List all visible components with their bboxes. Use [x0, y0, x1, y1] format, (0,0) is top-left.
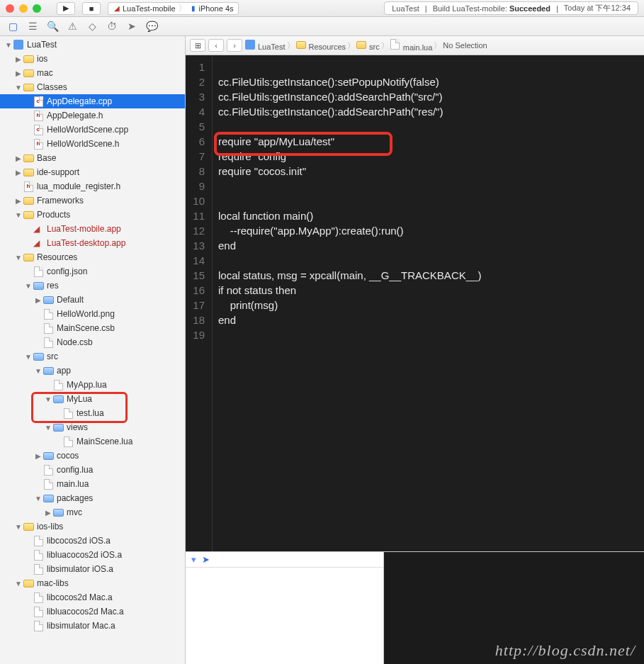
tree-row[interactable]: ▼Classes — [0, 80, 185, 94]
tree-row[interactable]: libluacocos2d Mac.a — [0, 604, 185, 619]
breadcrumb-item[interactable]: No Selection — [443, 41, 487, 50]
folder-icon — [23, 521, 34, 532]
stop-button[interactable]: ■ — [82, 2, 101, 15]
tree-row[interactable]: config.json — [0, 264, 185, 278]
run-button[interactable]: ▶ — [57, 2, 75, 15]
tree-row[interactable]: ▼mac-libs — [0, 576, 185, 590]
forward-button[interactable]: › — [227, 39, 242, 52]
code-editor[interactable]: 12345678910111213141516171819 cc.FileUti… — [186, 55, 644, 551]
folder-icon — [23, 209, 34, 220]
tree-row[interactable]: MyApp.lua — [0, 378, 185, 392]
project-navigator-tab[interactable]: ▢ — [3, 18, 23, 35]
disclosure-triangle-icon[interactable]: ▶ — [34, 452, 43, 460]
tree-row[interactable]: ▶mac — [0, 66, 185, 80]
disclosure-triangle-icon[interactable]: ▼ — [4, 41, 13, 49]
issue-navigator-tab[interactable]: ⚠ — [62, 18, 82, 35]
tree-row[interactable]: config.lua — [0, 463, 185, 477]
file-tree[interactable]: ▼LuaTest▶ios▶mac▼ClassesAppDelegate.cppA… — [0, 36, 185, 634]
disclosure-triangle-icon[interactable]: ▶ — [14, 169, 23, 176]
tree-row[interactable]: ▼LuaTest — [0, 38, 185, 52]
tree-row[interactable]: libcocos2d Mac.a — [0, 590, 185, 604]
tree-row[interactable]: ▼ios-libs — [0, 519, 185, 534]
disclosure-triangle-icon[interactable]: ▼ — [34, 495, 43, 502]
disclosure-triangle-icon[interactable]: ▼ — [14, 254, 23, 261]
disclosure-triangle-icon[interactable]: ▼ — [44, 424, 52, 432]
tree-row[interactable]: libsimulator iOS.a — [0, 562, 185, 576]
disclosure-triangle-icon[interactable]: ▶ — [14, 69, 23, 77]
tree-row[interactable]: ▶ide-support — [0, 165, 185, 179]
disclosure-triangle-icon[interactable]: ▼ — [14, 211, 23, 219]
zoom-window-button[interactable] — [33, 4, 41, 13]
folder-ref-icon — [33, 280, 44, 291]
continue-icon[interactable]: ➤ — [202, 554, 210, 565]
disclosure-triangle-icon[interactable]: ▼ — [14, 580, 23, 587]
console-toggle-icon[interactable]: ▾ — [191, 554, 196, 565]
disclosure-triangle-icon[interactable]: ▼ — [44, 395, 52, 403]
breadcrumb-item[interactable]: LuaTest — [245, 40, 286, 51]
disclosure-triangle-icon[interactable]: ▼ — [24, 353, 33, 361]
disclosure-triangle-icon[interactable]: ▶ — [14, 55, 23, 63]
tree-row[interactable]: ▼res — [0, 278, 185, 293]
disclosure-triangle-icon[interactable]: ▶ — [14, 154, 23, 162]
disclosure-triangle-icon[interactable]: ▶ — [34, 296, 43, 304]
tree-item-label: test.lua — [77, 408, 104, 418]
tree-row[interactable]: ▼Products — [0, 208, 185, 222]
breadcrumb-item[interactable]: Resources — [296, 40, 346, 51]
tree-row[interactable]: ▶Frameworks — [0, 193, 185, 208]
scheme-selector[interactable]: ◢ LuaTest-mobile 〉 ▮ iPhone 4s — [108, 2, 239, 15]
tree-row[interactable]: Node.csb — [0, 335, 185, 349]
breakpoint-navigator-tab[interactable]: ➤ — [122, 18, 142, 35]
disclosure-triangle-icon[interactable]: ▼ — [14, 523, 23, 531]
tree-row[interactable]: ▶cocos — [0, 449, 185, 463]
tree-row[interactable]: ▶ios — [0, 52, 185, 66]
disclosure-triangle-icon[interactable]: ▶ — [44, 509, 52, 517]
tree-row[interactable]: HelloWorldScene.cpp — [0, 123, 185, 137]
tree-row[interactable]: MainScene.csb — [0, 321, 185, 335]
tree-row[interactable]: ▼packages — [0, 491, 185, 505]
tree-row[interactable]: AppDelegate.h — [0, 108, 185, 123]
tree-row[interactable]: ◢LuaTest-mobile.app — [0, 222, 185, 236]
breadcrumb-item[interactable]: main.lua — [390, 40, 433, 52]
tree-row[interactable]: libsimulator Mac.a — [0, 619, 185, 633]
code-content[interactable]: cc.FileUtils:getInstance():setPopupNotif… — [213, 55, 481, 551]
symbol-navigator-tab[interactable]: ☰ — [23, 18, 43, 35]
folder-ref-icon — [43, 365, 54, 376]
report-navigator-tab[interactable]: 💬 — [142, 18, 162, 35]
tree-row[interactable]: ▶Base — [0, 151, 185, 165]
tree-row[interactable]: HelloWorld.png — [0, 307, 185, 321]
back-button[interactable]: ‹ — [208, 39, 224, 52]
breadcrumb-item[interactable]: src — [356, 40, 380, 51]
tree-item-label: mac-libs — [37, 578, 69, 588]
tree-row[interactable]: MainScene.lua — [0, 434, 185, 449]
tree-row[interactable]: ◢LuaTest-desktop.app — [0, 236, 185, 250]
file-icon — [43, 322, 54, 334]
tree-row[interactable]: ▼src — [0, 349, 185, 364]
debug-navigator-tab[interactable]: ⏱ — [102, 18, 122, 35]
tree-row[interactable]: ▼Resources — [0, 250, 185, 264]
test-navigator-tab[interactable]: ◇ — [82, 18, 102, 35]
breadcrumb[interactable]: LuaTest〉Resources〉src〉main.lua〉No Select… — [245, 40, 487, 52]
tree-row[interactable]: ▼views — [0, 420, 185, 434]
tree-row[interactable]: main.lua — [0, 477, 185, 491]
jump-bar[interactable]: ⊞ ‹ › LuaTest〉Resources〉src〉main.lua〉No … — [186, 36, 644, 55]
disclosure-triangle-icon[interactable]: ▼ — [24, 282, 33, 290]
minimize-window-button[interactable] — [19, 4, 28, 13]
tree-row[interactable]: ▶mvc — [0, 505, 185, 519]
related-items-button[interactable]: ⊞ — [190, 39, 205, 52]
tree-row[interactable]: AppDelegate.cpp — [0, 94, 185, 108]
tree-row[interactable]: HelloWorldScene.h — [0, 137, 185, 151]
disclosure-triangle-icon[interactable]: ▶ — [14, 197, 23, 205]
tree-row[interactable]: lua_module_register.h — [0, 179, 185, 193]
find-navigator-tab[interactable]: 🔍 — [43, 18, 62, 35]
tree-row[interactable]: libluacocos2d iOS.a — [0, 548, 185, 562]
tree-row[interactable]: ▶Default — [0, 293, 185, 307]
variables-view[interactable]: ▾ ➤ — [186, 552, 384, 664]
tree-row[interactable]: ▼app — [0, 364, 185, 378]
tree-row[interactable]: libcocos2d iOS.a — [0, 534, 185, 548]
disclosure-triangle-icon[interactable]: ▼ — [14, 84, 23, 91]
disclosure-triangle-icon[interactable]: ▼ — [34, 367, 43, 375]
close-window-button[interactable] — [6, 4, 14, 13]
tree-row[interactable]: test.lua — [0, 406, 185, 420]
tree-row[interactable]: ▼MyLua — [0, 392, 185, 406]
project-navigator[interactable]: ▼LuaTest▶ios▶mac▼ClassesAppDelegate.cppA… — [0, 36, 186, 664]
